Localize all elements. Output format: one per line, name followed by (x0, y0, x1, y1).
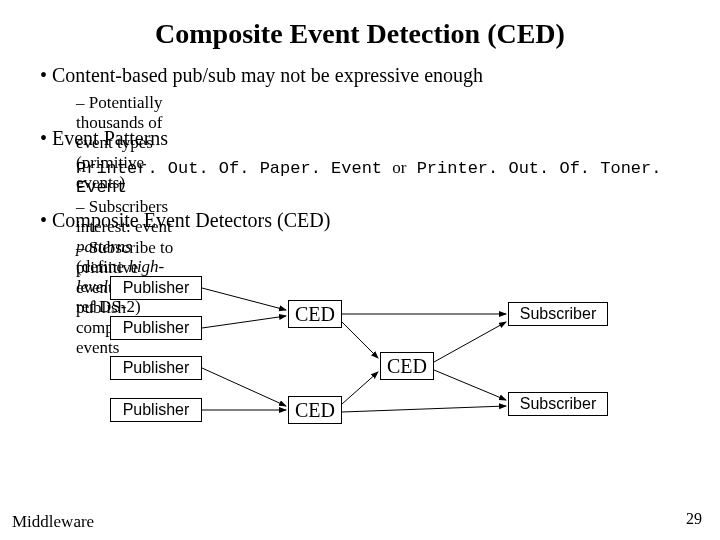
svg-line-7 (342, 406, 506, 412)
slide-title: Composite Event Detection (CED) (0, 0, 720, 64)
code-line: Printer. Out. Of. Paper. Event or Printe… (76, 158, 690, 197)
svg-line-9 (434, 370, 506, 400)
ced-box-3: CED (288, 396, 342, 424)
page-number: 29 (686, 510, 702, 528)
svg-line-6 (342, 372, 378, 404)
svg-line-2 (202, 368, 286, 406)
subscriber-box-1: Subscriber (508, 302, 608, 326)
diagram: Publisher Publisher Publisher Publisher … (60, 272, 700, 452)
bullet-2: Event Patterns (40, 127, 690, 150)
publisher-box-1: Publisher (110, 276, 202, 300)
svg-line-8 (434, 322, 506, 362)
subscriber-box-2: Subscriber (508, 392, 608, 416)
footer-label: Middleware (12, 512, 94, 532)
ced-box-1: CED (288, 300, 342, 328)
slide-body: Content-based pub/sub may not be express… (0, 64, 720, 262)
publisher-box-4: Publisher (110, 398, 202, 422)
svg-line-1 (202, 316, 286, 328)
bullet-1: Content-based pub/sub may not be express… (40, 64, 690, 117)
ced-box-2: CED (380, 352, 434, 380)
svg-line-5 (342, 322, 378, 358)
publisher-box-2: Publisher (110, 316, 202, 340)
publisher-box-3: Publisher (110, 356, 202, 380)
svg-line-0 (202, 288, 286, 310)
